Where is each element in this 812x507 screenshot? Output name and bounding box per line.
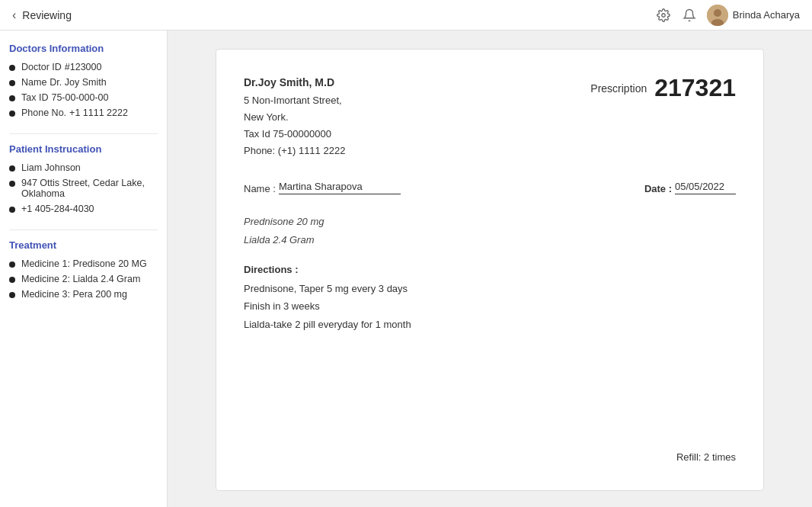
rx-header: Dr.Joy Smith, M.D 5 Non-Imortant Street,… (244, 74, 736, 159)
treatment-section: Treatment Medicine 1: Predisone 20 MG Me… (9, 239, 158, 300)
patient-name-value: Martina Sharapova (279, 181, 401, 194)
bullet-icon (9, 181, 15, 187)
doctors-section: Doctors Information Doctor ID #123000 Na… (9, 43, 158, 118)
patient-address-item: 947 Ottis Street, Cedar Lake, Oklahoma (9, 178, 158, 199)
patient-phone-item: +1 405-284-4030 (9, 204, 158, 214)
bullet-icon (9, 277, 15, 283)
doctor-name: Dr.Joy Smith, M.D (244, 74, 345, 92)
treatment-3-value: Medicine 3: Pera 200 mg (21, 289, 127, 300)
direction-2: Finish in 3 weeks (244, 297, 736, 315)
user-name: Brinda Acharya (733, 9, 800, 21)
doctor-address2: New York. (244, 109, 345, 126)
rx-refill: Refill: 2 times (676, 451, 736, 463)
patient-name-item: Liam Johnson (9, 162, 158, 173)
prescription-label: Prescription (590, 82, 647, 95)
doctor-phone-item: Phone No. +1 1111 2222 (9, 107, 158, 118)
header-user: Brinda Acharya (707, 5, 800, 26)
bullet-icon (9, 95, 15, 101)
content-area: Dr.Joy Smith, M.D 5 Non-Imortant Street,… (168, 30, 812, 507)
back-icon[interactable]: ‹ (12, 8, 16, 22)
prescription-number: 217321 (654, 74, 736, 102)
date-label: Date : (644, 183, 672, 194)
doctors-section-title: Doctors Information (9, 43, 158, 54)
bullet-icon (9, 80, 15, 86)
medicine-2: Lialda 2.4 Gram (244, 231, 736, 249)
doctor-tax-label: Tax ID (21, 92, 48, 103)
treatment-1-value: Medicine 1: Predisone 20 MG (21, 258, 147, 269)
doctor-phone: Phone: (+1) 1111 2222 (244, 143, 345, 159)
doctor-phone-value: +1 1111 2222 (69, 107, 128, 118)
settings-icon[interactable] (655, 7, 672, 24)
doctor-id-value: #123000 (65, 62, 102, 72)
medicine-1: Prednisone 20 mg (244, 213, 736, 230)
date-value: 05/05/2022 (675, 181, 736, 194)
svg-point-0 (662, 13, 666, 17)
bullet-icon (9, 207, 15, 213)
bell-icon[interactable] (681, 7, 698, 24)
main-layout: Doctors Information Doctor ID #123000 Na… (0, 30, 812, 507)
bullet-icon (9, 262, 15, 268)
sidebar-divider (9, 133, 158, 134)
svg-point-2 (714, 9, 721, 17)
date-field: Date : 05/05/2022 (644, 181, 736, 194)
patient-section-title: Patient Instrucation (9, 143, 158, 155)
prescription-paper: Dr.Joy Smith, M.D 5 Non-Imortant Street,… (216, 49, 764, 491)
treatment-3-item: Medicine 3: Pera 200 mg (9, 289, 158, 300)
patient-name-field: Name : Martina Sharapova (244, 181, 401, 194)
rx-medicines: Prednisone 20 mg Lialda 2.4 Gram (244, 213, 736, 249)
direction-1: Prednisone, Taper 5 mg every 3 days (244, 280, 736, 297)
header-left: ‹ Reviewing (12, 8, 72, 22)
patient-phone-value: +1 405-284-4030 (21, 204, 94, 214)
header-right: Brinda Acharya (655, 5, 800, 26)
doctor-tax: Tax Id 75-00000000 (244, 126, 345, 143)
bullet-icon (9, 65, 15, 71)
avatar (707, 5, 728, 26)
patient-name-label: Name : (244, 183, 276, 194)
sidebar-divider-2 (9, 229, 158, 230)
doctor-tax-item: Tax ID 75-00-000-00 (9, 92, 158, 103)
bullet-icon (9, 292, 15, 298)
treatment-2-item: Medicine 2: Lialda 2.4 Gram (9, 274, 158, 284)
doctor-phone-label: Phone No. (21, 107, 66, 118)
sidebar: Doctors Information Doctor ID #123000 Na… (0, 30, 168, 507)
header-title: Reviewing (22, 9, 72, 21)
treatment-1-item: Medicine 1: Predisone 20 MG (9, 258, 158, 269)
doctor-id-item: Doctor ID #123000 (9, 62, 158, 72)
bullet-icon (9, 165, 15, 172)
treatment-2-value: Medicine 2: Lialda 2.4 Gram (21, 274, 140, 284)
doctor-info-block: Dr.Joy Smith, M.D 5 Non-Imortant Street,… (244, 74, 345, 159)
patient-section: Patient Instrucation Liam Johnson 947 Ot… (9, 143, 158, 214)
rx-directions: Directions : Prednisone, Taper 5 mg ever… (244, 264, 736, 333)
doctor-address1: 5 Non-Imortant Street, (244, 92, 345, 109)
doctor-name-label: Name (21, 77, 46, 88)
doctor-name-item: Name Dr. Joy Smith (9, 77, 158, 88)
treatment-section-title: Treatment (9, 239, 158, 251)
doctor-tax-value: 75-00-000-00 (51, 92, 108, 103)
header: ‹ Reviewing Brinda Acharya (0, 0, 812, 30)
rx-patient-row: Name : Martina Sharapova Date : 05/05/20… (244, 181, 736, 197)
doctor-name-value: Dr. Joy Smith (50, 77, 106, 88)
doctor-id-label: Doctor ID (21, 62, 62, 72)
patient-name-value: Liam Johnson (21, 162, 81, 173)
prescription-number-block: Prescription 217321 (590, 74, 736, 102)
bullet-icon (9, 111, 15, 117)
directions-title: Directions : (244, 264, 736, 275)
patient-address-value: 947 Ottis Street, Cedar Lake, Oklahoma (21, 178, 158, 199)
direction-3: Lialda-take 2 pill everyday for 1 month (244, 316, 736, 333)
